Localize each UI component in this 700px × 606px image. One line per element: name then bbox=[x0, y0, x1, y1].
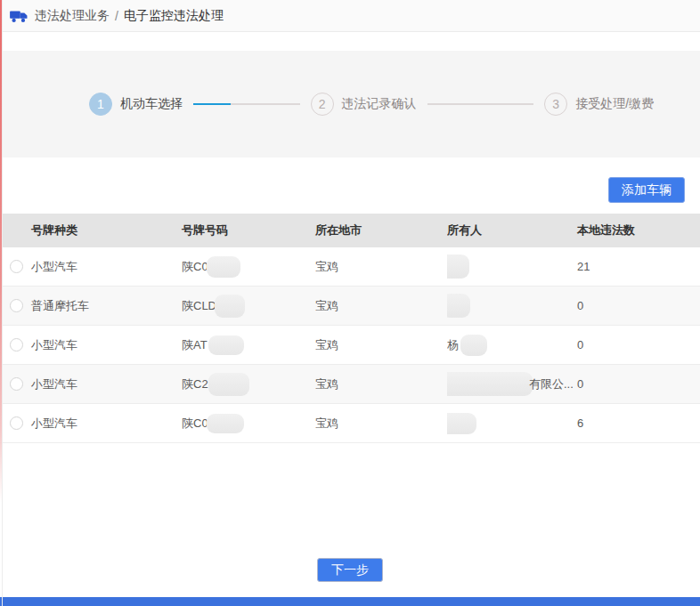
table-row[interactable]: 小型汽车 陕C2 宝鸡 有限公... 0 bbox=[0, 365, 700, 404]
footer-bar bbox=[0, 597, 700, 606]
step-connector-2 bbox=[427, 103, 534, 105]
row-5-radio[interactable] bbox=[10, 416, 23, 430]
header-city: 所在地市 bbox=[315, 222, 447, 238]
plate-number-cell: 陕CLD bbox=[182, 295, 315, 318]
city-cell: 宝鸡 bbox=[315, 376, 447, 392]
row-4-radio[interactable] bbox=[10, 377, 23, 391]
plate-type-cell: 小型汽车 bbox=[31, 337, 182, 353]
step-2-record-confirm: 2 违法记录确认 bbox=[311, 93, 417, 116]
plate-number-cell: 陕C0 bbox=[182, 256, 315, 278]
table-header-row: 号牌种类 号牌号码 所在地市 所有人 本地违法数 bbox=[0, 214, 700, 247]
step-3-accept-pay: 3 接受处理/缴费 bbox=[544, 93, 654, 116]
breadcrumb: 违法处理业务 / 电子监控违法处理 bbox=[0, 0, 700, 32]
redacted-owner bbox=[447, 372, 533, 396]
breadcrumb-separator: / bbox=[115, 9, 118, 23]
plate-type-cell: 普通摩托车 bbox=[31, 298, 182, 314]
row-radio-cell bbox=[0, 299, 31, 312]
truck-icon bbox=[9, 8, 28, 24]
redacted-plate bbox=[208, 373, 249, 396]
plate-prefix: 陕C0 bbox=[182, 259, 208, 275]
stepper: 1 机动车选择 2 违法记录确认 3 接受处理/缴费 bbox=[89, 93, 654, 116]
owner-cell: 杨 bbox=[447, 335, 577, 356]
table-row[interactable]: 普通摩托车 陕CLD 宝鸡 0 bbox=[0, 287, 700, 326]
row-3-radio[interactable] bbox=[10, 338, 23, 351]
plate-type-cell: 小型汽车 bbox=[31, 376, 182, 392]
header-violation-count: 本地违法数 bbox=[577, 222, 700, 238]
owner-suffix: 有限公... bbox=[529, 376, 574, 392]
spacer bbox=[0, 32, 700, 51]
owner-cell: 有限公... bbox=[447, 372, 577, 396]
row-1-radio[interactable] bbox=[10, 260, 23, 273]
redacted-owner bbox=[447, 413, 476, 434]
row-radio-cell bbox=[0, 416, 31, 430]
left-red-accent bbox=[0, 0, 2, 503]
violation-count-cell: 21 bbox=[577, 260, 700, 273]
city-cell: 宝鸡 bbox=[315, 259, 447, 275]
violation-count-cell: 0 bbox=[577, 299, 700, 312]
step-progress-line bbox=[193, 103, 231, 105]
plate-prefix: 陕CLD bbox=[182, 298, 216, 314]
row-radio-cell bbox=[0, 260, 31, 273]
owner-cell bbox=[447, 255, 577, 279]
table-row[interactable]: 小型汽车 陕AT 宝鸡 杨 0 bbox=[0, 326, 700, 365]
left-border-line bbox=[2, 0, 3, 606]
step-2-label: 违法记录确认 bbox=[342, 96, 417, 112]
row-radio-cell bbox=[0, 338, 31, 351]
header-plate-type: 号牌种类 bbox=[31, 222, 182, 238]
step-1-vehicle-select: 1 机动车选择 bbox=[89, 93, 183, 116]
actions-area: 下一步 bbox=[0, 558, 700, 582]
row-2-radio[interactable] bbox=[10, 299, 23, 312]
plate-number-cell: 陕AT bbox=[182, 335, 315, 355]
redacted-owner bbox=[460, 335, 487, 356]
owner-cell bbox=[447, 294, 577, 318]
redacted-owner bbox=[447, 294, 470, 318]
breadcrumb-current-page: 电子监控违法处理 bbox=[124, 8, 224, 24]
step-3-label: 接受处理/缴费 bbox=[575, 96, 654, 112]
owner-prefix: 杨 bbox=[447, 337, 459, 353]
city-cell: 宝鸡 bbox=[315, 298, 447, 314]
step-connector-1 bbox=[193, 103, 300, 105]
redacted-plate bbox=[208, 335, 244, 355]
header-owner: 所有人 bbox=[447, 222, 577, 238]
plate-prefix: 陕C2 bbox=[182, 376, 208, 392]
city-cell: 宝鸡 bbox=[315, 337, 447, 353]
step-2-circle: 2 bbox=[311, 93, 334, 116]
row-radio-cell bbox=[0, 377, 31, 391]
next-step-button[interactable]: 下一步 bbox=[317, 558, 383, 582]
violation-count-cell: 6 bbox=[577, 416, 700, 430]
violation-count-cell: 0 bbox=[577, 338, 700, 351]
plate-number-cell: 陕C2 bbox=[182, 373, 315, 396]
plate-number-cell: 陕C0 bbox=[182, 414, 315, 433]
step-1-circle: 1 bbox=[89, 93, 112, 116]
plate-type-cell: 小型汽车 bbox=[31, 416, 182, 432]
step-3-circle: 3 bbox=[544, 93, 567, 116]
violation-count-cell: 0 bbox=[577, 377, 700, 391]
breadcrumb-section[interactable]: 违法处理业务 bbox=[35, 8, 110, 24]
step-1-label: 机动车选择 bbox=[120, 96, 183, 112]
add-vehicle-button[interactable]: 添加车辆 bbox=[608, 177, 685, 203]
redacted-plate bbox=[207, 256, 240, 278]
toolbar: 添加车辆 bbox=[0, 158, 700, 214]
table-row[interactable]: 小型汽车 陕C0 宝鸡 21 bbox=[0, 247, 700, 287]
header-plate-number: 号牌号码 bbox=[182, 222, 315, 238]
vehicle-table: 号牌种类 号牌号码 所在地市 所有人 本地违法数 小型汽车 陕C0 宝鸡 21 … bbox=[0, 214, 700, 443]
redacted-plate bbox=[207, 414, 244, 433]
plate-type-cell: 小型汽车 bbox=[31, 259, 182, 275]
page: 违法处理业务 / 电子监控违法处理 1 机动车选择 2 违法记录确认 3 接受处… bbox=[0, 0, 700, 606]
redacted-owner bbox=[447, 255, 469, 279]
table-row[interactable]: 小型汽车 陕C0 宝鸡 6 bbox=[0, 404, 700, 443]
redacted-plate bbox=[215, 295, 245, 318]
plate-prefix: 陕AT bbox=[182, 337, 208, 353]
plate-prefix: 陕C0 bbox=[182, 416, 208, 432]
stepper-panel: 1 机动车选择 2 违法记录确认 3 接受处理/缴费 bbox=[0, 51, 700, 158]
owner-cell bbox=[447, 413, 577, 434]
city-cell: 宝鸡 bbox=[315, 416, 447, 432]
